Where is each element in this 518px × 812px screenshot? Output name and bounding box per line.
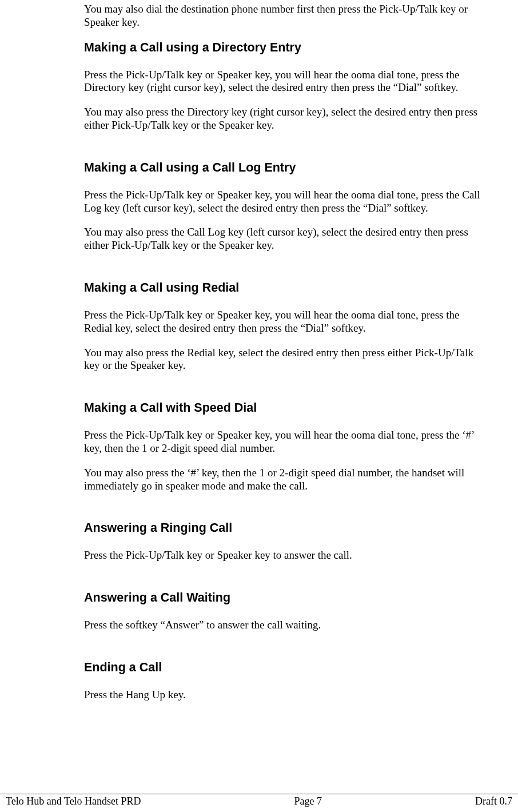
section-heading: Making a Call using a Directory Entry: [84, 41, 489, 55]
page-footer: Telo Hub and Telo Handset PRD Page 7 Dra…: [0, 794, 518, 807]
section-paragraph: You may also press the Redial key, selec…: [84, 347, 489, 373]
section-paragraph: You may also press the Directory key (ri…: [84, 106, 489, 132]
section-paragraph: Press the Hang Up key.: [84, 688, 489, 702]
footer-right: Draft 0.7: [475, 795, 518, 807]
section-heading: Answering a Call Waiting: [84, 591, 489, 605]
section-heading: Answering a Ringing Call: [84, 521, 489, 535]
section-heading: Making a Call using a Call Log Entry: [84, 161, 489, 175]
section-paragraph: Press the Pick-Up/Talk key or Speaker ke…: [84, 549, 489, 562]
section-heading: Making a Call with Speed Dial: [84, 401, 489, 415]
section-paragraph: Press the Pick-Up/Talk key or Speaker ke…: [84, 69, 489, 95]
section-paragraph: You may also press the ‘#’ key, then the…: [84, 467, 489, 493]
section-heading: Ending a Call: [84, 660, 489, 675]
intro-paragraph: You may also dial the destination phone …: [84, 3, 489, 29]
section-paragraph: Press the softkey “Answer” to answer the…: [84, 619, 489, 632]
section-paragraph: You may also press the Call Log key (lef…: [84, 226, 489, 252]
section-paragraph: Press the Pick-Up/Talk key or Speaker ke…: [84, 309, 489, 335]
section-paragraph: Press the Pick-Up/Talk key or Speaker ke…: [84, 429, 489, 455]
section-paragraph: Press the Pick-Up/Talk key or Speaker ke…: [84, 189, 489, 215]
footer-left: Telo Hub and Telo Handset PRD: [0, 795, 141, 807]
section-heading: Making a Call using Redial: [84, 281, 489, 295]
footer-page-number: Page 7: [294, 795, 322, 807]
page-content: You may also dial the destination phone …: [0, 0, 518, 702]
